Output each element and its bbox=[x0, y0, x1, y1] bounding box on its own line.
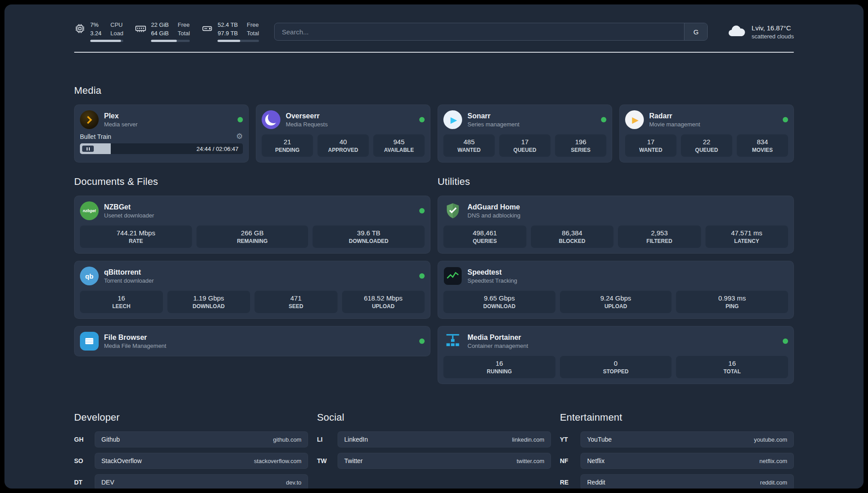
app-card-sonarr[interactable]: ▶ Sonarr Series management 485 WANTED 17… bbox=[438, 104, 612, 163]
app-card-plex[interactable]: Plex Media server Bullet Train ⚙ 24:44 /… bbox=[74, 104, 249, 163]
app-title: AdGuard Home bbox=[467, 203, 788, 211]
stat-value: 39.6 TB bbox=[314, 229, 423, 237]
stat-label: UPLOAD bbox=[562, 303, 670, 309]
nzbget-icon: nzbget bbox=[80, 201, 99, 220]
stat-tile: 0.993 ms PING bbox=[676, 291, 788, 313]
stat-label: SEED bbox=[256, 303, 336, 309]
app-title: Radarr bbox=[649, 112, 777, 120]
gear-icon[interactable]: ⚙ bbox=[236, 133, 243, 140]
bookmark-github[interactable]: GH Github github.com bbox=[74, 431, 308, 447]
stat-value: 16 bbox=[445, 359, 554, 367]
stat-label: QUEUED bbox=[683, 147, 730, 153]
app-title: Speedtest bbox=[467, 268, 788, 276]
app-card-filebrowser[interactable]: File Browser Media File Management bbox=[74, 326, 430, 356]
stat-label: DOWNLOADED bbox=[314, 238, 423, 244]
app-titles: Speedtest Speedtest Tracking bbox=[467, 268, 788, 284]
stat-tile: 21 PENDING bbox=[262, 134, 313, 157]
app-card-qbittorrent[interactable]: qb qBittorrent Torrent downloader 16 LEE… bbox=[74, 261, 430, 319]
app-card-speedtest[interactable]: Speedtest Speedtest Tracking 9.65 Gbps D… bbox=[438, 261, 794, 319]
stat-row: 16 LEECH 1.19 Gbps DOWNLOAD 471 SEED 6 bbox=[80, 291, 425, 313]
app-card-adguard[interactable]: AdGuard Home DNS and adblocking 498,461 … bbox=[438, 196, 794, 254]
bookmark-linkedin[interactable]: LI LinkedIn linkedin.com bbox=[317, 431, 551, 447]
section-title-documents: Documents & Files bbox=[74, 176, 430, 188]
stat-label: RATE bbox=[82, 238, 190, 244]
plex-now-playing: Bullet Train ⚙ 24:44 / 02:06:47 bbox=[80, 133, 243, 154]
bookmark-stackoverflow[interactable]: SO StackOverflow stackoverflow.com bbox=[74, 453, 308, 469]
stat-label: MOVIES bbox=[739, 147, 786, 153]
app-card-portainer[interactable]: Media Portainer Container management 16 … bbox=[438, 326, 794, 384]
stat-label: LATENCY bbox=[707, 238, 787, 244]
disk-free: 52.4 TB bbox=[217, 21, 238, 29]
bookmark-pill: Netflix netflix.com bbox=[580, 453, 794, 469]
stat-tile: 9.24 Gbps UPLOAD bbox=[560, 291, 672, 313]
bookmark-url: twitter.com bbox=[517, 458, 544, 464]
content-shell: 7% 3.24 CPU Load bbox=[74, 18, 794, 489]
stat-tile: 2,953 FILTERED bbox=[618, 226, 701, 248]
stat-tile: 485 WANTED bbox=[443, 134, 495, 157]
stat-row: 9.65 Gbps DOWNLOAD 9.24 Gbps UPLOAD 0.99… bbox=[443, 291, 788, 313]
stat-tile: 834 MOVIES bbox=[737, 134, 788, 157]
disk-value-col: 52.4 TB 97.9 TB bbox=[217, 21, 238, 37]
disk-label-col: Free Total bbox=[247, 21, 259, 37]
app-title: Plex bbox=[104, 112, 232, 120]
cpu-progress-fill bbox=[90, 40, 121, 42]
disk-widget: 52.4 TB 97.9 TB Free Total bbox=[201, 21, 259, 42]
stat-tile: 498,461 QUERIES bbox=[443, 226, 526, 248]
ram-label-total: Total bbox=[178, 30, 190, 37]
bookmark-pill: Reddit reddit.com bbox=[580, 474, 794, 489]
card-header: Media Portainer Container management bbox=[443, 332, 788, 351]
ram-total: 64 GiB bbox=[151, 30, 169, 37]
search-engine-button[interactable]: G bbox=[684, 23, 707, 40]
app-card-overseerr[interactable]: Overseerr Media Requests 21 PENDING 40 A… bbox=[256, 104, 430, 163]
stat-row: 17 WANTED 22 QUEUED 834 MOVIES bbox=[625, 134, 788, 157]
search-input[interactable] bbox=[275, 23, 684, 40]
section-title-utilities: Utilities bbox=[438, 176, 794, 188]
stat-value: 16 bbox=[678, 359, 786, 367]
bookmark-name: Github bbox=[101, 436, 120, 443]
card-header: ▶ Sonarr Series management bbox=[443, 110, 606, 129]
app-card-radarr[interactable]: ▶ Radarr Movie management 17 WANTED 22 Q… bbox=[619, 104, 794, 163]
bookmark-dev[interactable]: DT DEV dev.to bbox=[74, 474, 308, 489]
bookmark-name: StackOverflow bbox=[101, 457, 142, 464]
cpu-label-2: Load bbox=[110, 30, 123, 37]
bookmark-reddit[interactable]: RE Reddit reddit.com bbox=[560, 474, 794, 489]
app-title: File Browser bbox=[104, 334, 414, 342]
stat-tile: 266 GB REMAINING bbox=[196, 226, 309, 248]
card-header: File Browser Media File Management bbox=[80, 332, 425, 351]
pulse-graph-icon bbox=[446, 269, 459, 283]
radarr-icon: ▶ bbox=[625, 110, 644, 129]
stat-row: 16 RUNNING 0 STOPPED 16 TOTAL bbox=[443, 356, 788, 378]
stat-label: QUEUED bbox=[501, 147, 549, 153]
bookmark-twitter[interactable]: TW Twitter twitter.com bbox=[317, 453, 551, 469]
card-header: qb qBittorrent Torrent downloader bbox=[80, 267, 425, 285]
ram-progress-fill bbox=[151, 40, 177, 42]
status-online-dot bbox=[419, 208, 425, 213]
app-subtitle: Movie management bbox=[649, 121, 777, 128]
cpu-widget-body: 7% 3.24 CPU Load bbox=[90, 21, 123, 42]
app-title: Media Portainer bbox=[467, 334, 777, 342]
weather-condition: scattered clouds bbox=[751, 33, 794, 40]
stat-label: PING bbox=[678, 303, 786, 309]
stat-tile: 17 WANTED bbox=[625, 134, 676, 157]
crane-containers-icon bbox=[444, 333, 461, 350]
bookmark-youtube[interactable]: YT YouTube youtube.com bbox=[560, 431, 794, 447]
ram-widget-body: 22 GiB 64 GiB Free Total bbox=[151, 21, 190, 42]
stat-tile: 39.6 TB DOWNLOADED bbox=[313, 226, 425, 248]
app-titles: Radarr Movie management bbox=[649, 112, 777, 128]
app-subtitle: Usenet downloader bbox=[104, 212, 414, 219]
bookmark-abbr: RE bbox=[560, 479, 580, 486]
app-subtitle: DNS and adblocking bbox=[467, 212, 788, 219]
stat-value: 17 bbox=[501, 138, 549, 146]
pause-button[interactable] bbox=[82, 146, 94, 152]
app-card-nzbget[interactable]: nzbget NZBGet Usenet downloader 744.21 M… bbox=[74, 196, 430, 254]
disk-progress-bar bbox=[217, 40, 259, 42]
section-title-entertainment: Entertainment bbox=[560, 412, 794, 423]
file-icon bbox=[85, 338, 93, 344]
app-titles: qBittorrent Torrent downloader bbox=[104, 268, 414, 284]
app-titles: AdGuard Home DNS and adblocking bbox=[467, 203, 788, 219]
bookmark-netflix[interactable]: NF Netflix netflix.com bbox=[560, 453, 794, 469]
stat-value: 471 bbox=[256, 294, 336, 302]
stat-value: 47.571 ms bbox=[707, 229, 787, 237]
seek-bar[interactable]: 24:44 / 02:06:47 bbox=[80, 143, 243, 154]
app-titles: Sonarr Series management bbox=[467, 112, 596, 128]
